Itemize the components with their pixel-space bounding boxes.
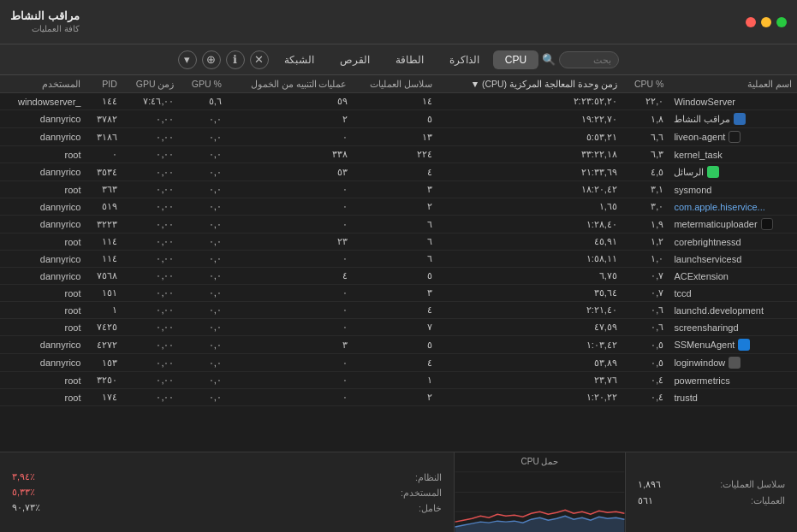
table-row[interactable]: loginwindow٠,٥٥٣,٨٩٤٠٠,٠٠,٠٠١٥٣dannyrico	[0, 354, 797, 372]
cell-cpu_time: ٢١:٣٣,٦٩	[437, 163, 622, 181]
minimize-button[interactable]	[761, 17, 771, 27]
process-name-label: ACExtension	[674, 271, 729, 281]
cell-cpu_pct: ٦,٦	[622, 128, 669, 146]
tab-energy[interactable]: الطاقة	[384, 50, 436, 69]
cell-cpu_pct: ٤,٥	[622, 163, 669, 181]
cell-gpu_time: ٠,٠٠	[122, 110, 180, 128]
process-name-label: corebrightnessd	[674, 237, 740, 247]
table-row[interactable]: ...com.apple.hiservice٣,٠١,٦٥٢٠٠,٠٠,٠٠٥١…	[0, 198, 797, 216]
chart-title: حمل CPU	[455, 457, 625, 466]
col-header-gpu_pct[interactable]: % GPU	[179, 75, 226, 93]
cell-gpu_pct: ٠,٠	[179, 354, 226, 372]
cell-idle_wakeups: ٠	[227, 251, 353, 268]
cell-gpu_pct: ٠,٠	[179, 285, 226, 302]
nav-close-filter-button[interactable]: ✕	[250, 50, 269, 69]
cell-cpu_pct: ٠,٤	[622, 389, 669, 406]
nav-dropdown-button[interactable]: ▾	[178, 50, 197, 69]
tab-cpu[interactable]: CPU	[493, 50, 538, 69]
cell-idle_wakeups: ٤	[227, 268, 353, 285]
metermatics-icon	[761, 218, 773, 230]
cell-pid: ١٥١	[86, 285, 122, 302]
cell-user: dannyrico	[0, 128, 86, 146]
table-row[interactable]: مراقب النشاط١,٨١٩:٢٢,٧٠٥٢٠,٠٠,٠٠٣٧٨٢dann…	[0, 110, 797, 128]
col-header-threads[interactable]: سلاسل العمليات	[353, 75, 438, 93]
cell-cpu_pct: ٠,٦	[622, 319, 669, 336]
col-header-cpu_time[interactable]: زمن وحدة المعالجة المركزية (CPU) ▼	[437, 75, 622, 93]
table-row[interactable]: corebrightnessd١,٢٤٥,٩١٦٢٣٠,٠٠,٠٠١١٤root	[0, 233, 797, 251]
cell-user: root	[0, 181, 86, 198]
table-row[interactable]: sysmond٣,١١٨:٢٠,٤٢٣٠٠,٠٠,٠٠٣٦٣root	[0, 181, 797, 198]
col-header-cpu_pct[interactable]: % CPU	[622, 75, 669, 93]
cell-cpu_pct: ٠,٥	[622, 336, 669, 354]
table-row[interactable]: ACExtension٠,٧٦,٧٥٥٤٠,٠٠,٠٠٧٥٦٨dannyrico	[0, 268, 797, 285]
cell-idle_wakeups: ٢٣	[227, 233, 353, 251]
cell-pid: ٧٥٦٨	[86, 268, 122, 285]
cell-process-name: metermaticuploader	[669, 216, 797, 233]
cell-cpu_pct: ٠,٦	[622, 302, 669, 319]
cell-gpu_time: ٠,٠٠	[122, 319, 180, 336]
col-header-pid[interactable]: PID	[86, 75, 122, 93]
table-row[interactable]: WindowServer٢٢,٠٢:٢٣:٥٢,٢٠١٤٥٩٥,٦٧:٤٦,٠٠…	[0, 93, 797, 110]
cell-cpu_pct: ١,٠	[622, 251, 669, 268]
cell-pid: ٣٧٨٢	[86, 110, 122, 128]
stat-label: النظام:	[415, 472, 442, 482]
col-header-name[interactable]: اسم العملية	[669, 75, 797, 93]
title-bar: مراقب النشاط كافة العمليات	[0, 0, 797, 44]
cell-process-name: sysmond	[669, 181, 797, 198]
app-title-main: مراقب النشاط	[10, 9, 80, 24]
cell-idle_wakeups: ٠	[227, 319, 353, 336]
process-name-label: WindowServer	[674, 97, 735, 107]
cell-process-name: screensharingd	[669, 319, 797, 336]
nav-info-button[interactable]: ℹ	[226, 50, 245, 69]
cell-idle_wakeups: ٠	[227, 389, 353, 406]
cell-cpu_pct: ٠,٤	[622, 372, 669, 389]
table-row[interactable]: liveon-agent٦,٦٥:٥٣,٢١١٣٠٠,٠٠,٠٠٣١٨٦dann…	[0, 128, 797, 146]
bottom-panel: سلاسل العمليات:١,٨٩٦العمليات:٥٦١ حمل CPU…	[0, 452, 797, 532]
table-row[interactable]: powermetrics٠,٤٢٣,٧٦١٠٠,٠٠,٠٠٣٢٥٠root	[0, 372, 797, 389]
cell-gpu_time: ٠,٠٠	[122, 285, 180, 302]
table-row[interactable]: kernel_task٦,٣٣٣:٢٢,١٨٢٢٤٣٣٨٠,٠٠,٠٠٠root	[0, 146, 797, 163]
maximize-button[interactable]	[776, 17, 787, 27]
tab-network[interactable]: الشبكة	[272, 50, 326, 69]
table-row[interactable]: SSMenuAgent٠,٥١:٠٣,٤٢٥٣٠,٠٠,٠٠٤٢٧٢dannyr…	[0, 336, 797, 354]
cell-gpu_pct: ٠,٠	[179, 233, 226, 251]
close-button[interactable]	[746, 17, 756, 27]
col-header-user[interactable]: المستخدم	[0, 75, 86, 93]
pstat-label: سلاسل العمليات:	[720, 479, 785, 490]
cell-threads: ١٤	[353, 93, 438, 110]
cell-threads: ٥	[353, 268, 438, 285]
tab-disk[interactable]: القرص	[328, 50, 382, 69]
table-row[interactable]: launchservicesd١,٠١:٥٨,١١٦٠٠,٠٠,٠٠١١٤dan…	[0, 251, 797, 268]
table-row[interactable]: metermaticuploader١,٩١:٢٨,٤٠٦٠٠,٠٠,٠٠٣٢٢…	[0, 216, 797, 233]
tab-memory[interactable]: الذاكرة	[437, 50, 491, 69]
window-controls[interactable]	[746, 17, 787, 27]
cell-process-name: liveon-agent	[669, 128, 797, 146]
process-name-label: tccd	[674, 288, 691, 299]
table-row[interactable]: الرسائل٤,٥٢١:٣٣,٦٩٤٥٣٠,٠٠,٠٠٣٥٣٤dannyric…	[0, 163, 797, 181]
cell-gpu_time: ٠,٠٠	[122, 389, 180, 406]
cell-pid: ٣٢٥٠	[86, 372, 122, 389]
search-input[interactable]	[559, 51, 619, 68]
table-row[interactable]: tccd٠,٧٣٥,٦٤٣٠٠,٠٠,٠٠١٥١root	[0, 285, 797, 302]
cell-user: root	[0, 146, 86, 163]
cell-pid: ٣١٨٦	[86, 128, 122, 146]
stat-row-المستخدم:: المستخدم:٪٥,٣٣	[12, 487, 442, 498]
cell-cpu_pct: ١,٢	[622, 233, 669, 251]
cell-process-name: SSMenuAgent	[669, 336, 797, 354]
table-row[interactable]: launchd.development٠,٦٢:٢١,٤٠٤٠٠,٠٠,٠٠١r…	[0, 302, 797, 319]
stat-value: ٪٩٠,٧٣	[12, 502, 40, 513]
stat-value: ٪٣,٩٤	[12, 471, 35, 482]
col-header-gpu_time[interactable]: زمن GPU	[122, 75, 180, 93]
cell-pid: ١٧٤	[86, 389, 122, 406]
pstat-value: ٥٦١	[638, 495, 653, 506]
table-row[interactable]: screensharingd٠,٦٤٧,٥٩٧٠٠,٠٠,٠٠٧٤٢٥root	[0, 319, 797, 336]
cell-cpu_time: ٥٣,٨٩	[437, 354, 622, 372]
cell-cpu_pct: ١,٨	[622, 110, 669, 128]
nav-add-button[interactable]: ⊕	[202, 50, 221, 69]
col-header-idle_wakeups[interactable]: عمليات التنبيه من الخمول	[227, 75, 353, 93]
cell-threads: ٧	[353, 319, 438, 336]
cell-pid: ١١٤	[86, 233, 122, 251]
table-row[interactable]: trustd٠,٤١:٢٠,٢٢٢٠٠,٠٠,٠٠١٧٤root	[0, 389, 797, 406]
cell-idle_wakeups: ٠	[227, 198, 353, 216]
cell-cpu_time: ٣٥,٦٤	[437, 285, 622, 302]
